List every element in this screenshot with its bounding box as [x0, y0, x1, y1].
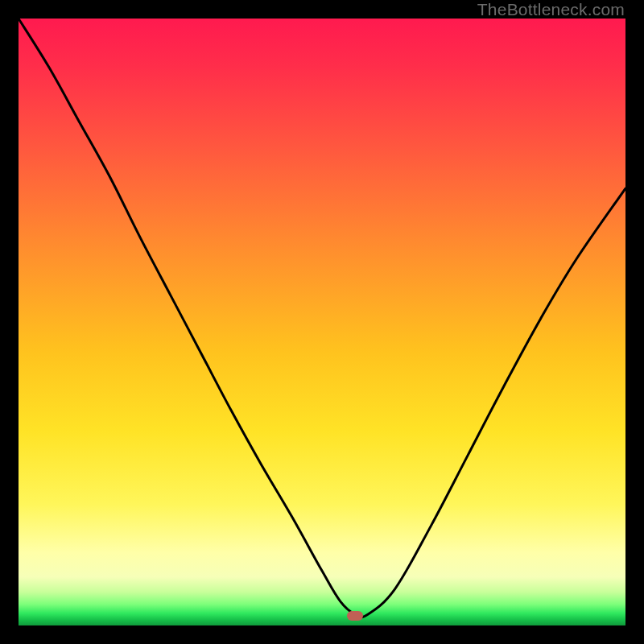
chart-frame: [19, 19, 625, 625]
watermark-text: TheBottleneck.com: [477, 0, 625, 19]
optimal-point-marker: [347, 611, 363, 621]
bottleneck-curve: [19, 19, 625, 625]
curve-path: [19, 19, 625, 617]
